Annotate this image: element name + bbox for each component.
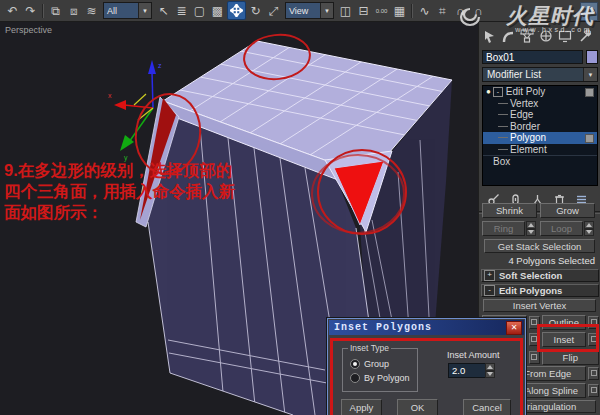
stack-row-border[interactable]: Border [483,121,597,133]
svg-text:x: x [108,92,112,99]
hierarchy-tab-icon[interactable] [519,28,535,44]
grow-button[interactable]: Grow [540,203,595,218]
selection-filter-value: All [104,3,138,18]
3dsmax-window: ↶ ↷ ⧉ ⧈ ≋ All ▼ ↖ ≣ ▢ ▩ ↻ ⤢ View ▼ [0,0,600,415]
utilities-tab-icon[interactable] [576,28,592,44]
svg-text:z: z [158,62,162,69]
shrink-button[interactable]: Shrink [482,203,537,218]
modifier-stack: ● - Edit Poly Vertex Edge Border Polygon… [482,85,598,186]
move-cross-arrows [230,4,243,17]
object-color-swatch[interactable] [586,50,598,64]
stack-row-edit-poly[interactable]: ● - Edit Poly [483,86,597,98]
edit-polygons-rollout[interactable]: - Edit Polygons [481,284,599,297]
ring-button[interactable]: Ring [482,221,525,236]
stack-row-element[interactable]: Element [483,144,597,156]
stack-expand-icon[interactable]: - [493,87,503,97]
display-tab-icon[interactable] [557,28,573,44]
main-toolbar: ↶ ↷ ⧉ ⧈ ≋ All ▼ ↖ ≣ ▢ ▩ ↻ ⤢ View ▼ [0,0,600,22]
select-and-scale-icon[interactable]: ⤢ [265,2,282,19]
bind-to-space-warp-icon[interactable]: ≋ [83,2,100,19]
dialog-annotation-box [330,338,523,415]
loop-spinner[interactable] [584,221,594,236]
tree-line [498,103,508,104]
rectangular-selection-region-icon[interactable]: ▢ [191,2,208,19]
dialog-titlebar[interactable]: Inset Polygons [329,320,524,335]
rollout-plus-icon[interactable]: + [484,270,495,281]
rollout-label: Soft Selection [499,270,562,281]
dialog-title: Inset Polygons [329,322,432,333]
modifier-list-dropdown[interactable]: Modifier List ▼ [482,67,598,82]
lightbulb-icon[interactable]: ● [486,87,491,96]
hinge-settings-icon[interactable] [588,367,599,380]
stack-row-polygon[interactable]: Polygon [483,132,597,144]
unlink-selection-icon[interactable]: ⧈ [65,2,82,19]
inset-annotation-box [537,324,599,352]
object-name-field[interactable]: Box01 [482,50,583,64]
stack-row-label: Element [510,144,547,155]
ring-spinner[interactable] [526,221,536,236]
angle-snap-icon[interactable]: ∩ [470,2,487,19]
dropdown-arrow-icon[interactable]: ▼ [138,3,151,18]
close-icon[interactable]: ✕ [506,321,522,335]
select-and-move-icon[interactable] [227,1,246,20]
get-stack-selection-button[interactable]: Get Stack Selection [484,239,595,253]
rollout-label: Edit Polygons [499,285,562,296]
rollout-minus-icon[interactable]: - [484,285,495,296]
tutorial-annotation-text: 9.在多边形的级别，选择顶部的四个三角面，用插入命令插入新面如图所示： [4,160,235,223]
insert-vertex-button[interactable]: Insert Vertex [483,299,596,312]
mirror-icon[interactable]: ◫ [337,2,354,19]
dropdown-arrow-icon[interactable]: ▼ [583,68,597,81]
modify-tab-icon[interactable] [500,28,516,44]
select-and-rotate-icon[interactable]: ↻ [247,2,264,19]
stack-row-box[interactable]: Box [483,155,597,168]
toolbar-right-button[interactable] [580,2,598,21]
soft-selection-rollout[interactable]: + Soft Selection [481,269,599,282]
stack-row-label: Edit Poly [506,86,545,97]
stack-row-label: Polygon [510,132,546,143]
crossing-selection-icon[interactable]: ▩ [209,2,226,19]
tree-line [498,137,508,138]
stack-row-label: Box [493,156,510,167]
toolbar-separator [411,4,413,18]
tree-line [498,126,508,127]
inset-polygons-dialog: Inset Polygons ✕ Inset Type Group By Pol… [327,318,526,415]
create-tab-icon[interactable] [481,28,497,44]
select-and-link-icon[interactable]: ⧉ [47,2,64,19]
motion-tab-icon[interactable] [538,28,554,44]
tree-line [498,149,508,150]
stack-checkbox[interactable] [585,134,594,143]
selection-status: 4 Polygons Selected [479,255,595,266]
select-object-icon[interactable]: ↖ [155,2,172,19]
curve-editor-icon[interactable]: ∿ [416,2,433,19]
reference-coordinate-value: View [286,3,320,18]
stack-row-vertex[interactable]: Vertex [483,98,597,110]
redo-icon[interactable]: ↷ [22,2,39,19]
stack-checkbox[interactable] [585,88,594,97]
snap-toggle-icon[interactable]: ∩ [452,2,469,19]
stack-row-edge[interactable]: Edge [483,109,597,121]
toolbar-separator [42,4,44,18]
selection-filter-dropdown[interactable]: All ▼ [103,2,152,19]
spline-settings-icon[interactable] [588,384,599,397]
stack-row-label: Border [510,121,540,132]
reference-coordinate-dropdown[interactable]: View ▼ [285,2,334,19]
tree-line [498,114,508,115]
panel-tabs [481,27,599,45]
layer-manager-icon[interactable]: ▦ [391,2,408,19]
modifier-list-label: Modifier List [483,68,583,81]
dropdown-arrow-icon[interactable]: ▼ [320,3,333,18]
stack-row-label: Edge [510,109,533,120]
align-icon[interactable]: ⊟ [355,2,372,19]
stack-row-label: Vertex [510,98,538,109]
loop-button[interactable]: Loop [540,221,583,236]
schematic-view-icon[interactable]: ⌗ [434,2,451,19]
percent-snap-icon[interactable]: 0.00 [373,2,390,19]
select-by-name-icon[interactable]: ≣ [173,2,190,19]
bridge-settings-icon[interactable] [529,351,540,364]
undo-icon[interactable]: ↶ [4,2,21,19]
